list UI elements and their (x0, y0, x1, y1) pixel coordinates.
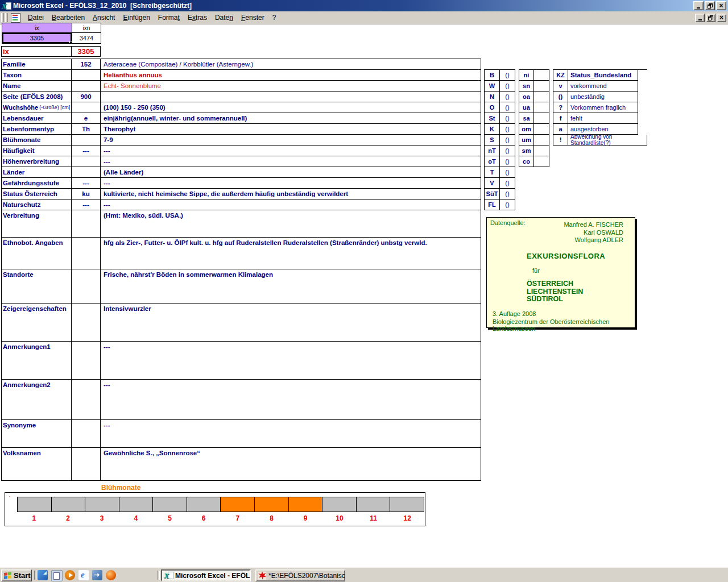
zone-code-cell[interactable]: co (519, 156, 534, 167)
row-code-cell[interactable]: 152 (72, 59, 101, 70)
state-value-cell[interactable]: () (500, 167, 515, 178)
start-button[interactable]: Start (1, 569, 32, 581)
legend-label-cell[interactable]: fehlt (568, 113, 638, 124)
menu-item-format[interactable]: Format (154, 13, 184, 23)
menu-grip[interactable] (5, 13, 8, 22)
record-id-label-cell[interactable]: ix (2, 47, 72, 57)
row-value-cell[interactable]: kultivierte, nicht heimische Sippe, die … (101, 189, 481, 199)
row-code-cell[interactable] (72, 102, 101, 113)
state-code-cell[interactable]: T (485, 167, 500, 178)
firefox-icon[interactable] (106, 570, 116, 580)
row-code-cell[interactable]: Th (72, 124, 101, 135)
bloom-chart[interactable]: ' 1 2 3 4 5 6 7 8 9 10 11 12 (5, 492, 425, 526)
row-code-cell[interactable] (72, 167, 101, 178)
row-code-cell[interactable]: --- (72, 178, 101, 189)
row-code-cell[interactable] (72, 380, 101, 420)
state-code-cell[interactable]: oT (485, 156, 500, 167)
row-value-cell[interactable]: Therophyt (101, 124, 481, 135)
task-button-botanisc[interactable]: *E:\EFÖLS2007\Botanisc... (255, 569, 345, 581)
media-player-icon[interactable] (65, 570, 75, 580)
row-value-cell[interactable]: Echt- Sonnenblume (101, 81, 481, 92)
id-header-ixn-cell[interactable]: ixn (72, 23, 101, 33)
zone-value-cell[interactable] (534, 146, 549, 156)
state-code-cell[interactable]: N (485, 92, 500, 102)
row-code-cell[interactable] (72, 238, 101, 269)
ixn-value-cell[interactable]: 3474 (72, 33, 101, 44)
selected-cell-ix-value[interactable]: 3305 (2, 33, 72, 44)
state-value-cell[interactable]: () (500, 124, 515, 135)
state-value-cell[interactable]: () (500, 135, 515, 146)
menu-item-extras[interactable]: Extras (184, 13, 211, 23)
legend-label-cell[interactable]: Abweichung von Standardliste(?) (568, 135, 647, 146)
legend-code-cell[interactable]: f (553, 113, 568, 124)
row-value-cell[interactable] (101, 92, 481, 102)
menu-item-fenster[interactable]: Fenster (237, 13, 268, 23)
state-code-cell[interactable]: K (485, 124, 500, 135)
row-code-cell[interactable]: 900 (72, 92, 101, 102)
row-label[interactable]: Status Österreich (2, 189, 72, 199)
row-code-cell[interactable]: --- (72, 199, 101, 210)
state-value-cell[interactable]: () (500, 92, 515, 102)
row-value-cell[interactable]: Asteraceae (Compositae) / Korbblütler (A… (101, 59, 481, 70)
workbook-close-button[interactable] (717, 14, 726, 22)
outlook-window-icon[interactable] (92, 570, 102, 580)
menu-item-einfuegen[interactable]: Einfügen (119, 13, 154, 23)
row-label[interactable]: Lebenformentyp (2, 124, 72, 135)
state-value-cell[interactable]: () (500, 178, 515, 189)
state-value-cell[interactable]: () (500, 113, 515, 124)
zone-code-cell[interactable]: sm (519, 146, 534, 156)
legend-code-cell[interactable]: () (553, 92, 568, 102)
row-value-cell[interactable]: --- (101, 342, 481, 380)
row-code-cell[interactable] (72, 269, 101, 304)
zone-code-cell[interactable]: oa (519, 92, 534, 102)
row-value-cell[interactable]: --- (101, 146, 481, 156)
zone-value-cell[interactable] (534, 113, 549, 124)
state-value-cell[interactable]: () (500, 102, 515, 113)
zone-value-cell[interactable] (534, 124, 549, 135)
zone-code-cell[interactable]: sa (519, 113, 534, 124)
row-label[interactable]: Taxon (2, 70, 72, 81)
row-value-cell[interactable]: einjährig(annuell, winter- und sommerann… (101, 113, 481, 124)
state-code-cell[interactable]: FL (485, 199, 500, 210)
legend-header-label[interactable]: Status_Bundesland (568, 70, 638, 81)
row-label[interactable]: Name (2, 81, 72, 92)
zone-code-cell[interactable]: om (519, 124, 534, 135)
menu-item-bearbeiten[interactable]: Bearbeiten (48, 13, 89, 23)
row-value-cell[interactable]: Gewöhnliche S., „Sonnenrose“ (101, 448, 481, 481)
row-value-cell[interactable]: hfg als Zier-, Futter- u. ÖlPf kult. u. … (101, 238, 481, 269)
row-label[interactable]: Verbreitung (2, 210, 72, 238)
state-value-cell[interactable]: () (500, 81, 515, 92)
state-value-cell[interactable]: () (500, 70, 515, 81)
row-value-cell[interactable]: Frische, nährst'r Böden in sommerwarmen … (101, 269, 481, 304)
zone-code-cell[interactable]: um (519, 135, 534, 146)
legend-code-cell[interactable]: v (553, 81, 568, 92)
state-code-cell[interactable]: B (485, 70, 500, 81)
restore-button[interactable] (705, 1, 715, 10)
zone-value-cell[interactable] (534, 135, 549, 146)
menu-item-hilfe[interactable]: ? (268, 13, 280, 23)
row-value-cell[interactable]: --- (101, 199, 481, 210)
row-code-cell[interactable] (72, 448, 101, 481)
legend-label-cell[interactable]: Vorkommen fraglich (568, 102, 638, 113)
row-label[interactable]: Naturschutz (2, 199, 72, 210)
state-code-cell[interactable]: O (485, 102, 500, 113)
workbook-minimize-button[interactable] (695, 14, 705, 22)
row-value-cell[interactable]: 7-9 (101, 135, 481, 146)
state-value-cell[interactable]: () (500, 199, 515, 210)
row-label[interactable]: Synonyme (2, 420, 72, 448)
state-value-cell[interactable]: () (500, 146, 515, 156)
row-label[interactable]: Seite (EFÖLS 2008) (2, 92, 72, 102)
row-code-cell[interactable] (72, 420, 101, 448)
zone-value-cell[interactable] (534, 70, 549, 81)
row-label[interactable]: Ethnobot. Angaben (2, 238, 72, 269)
zone-code-cell[interactable]: ni (519, 70, 534, 81)
row-label[interactable]: Anmerkungen2 (2, 380, 72, 420)
row-value-cell[interactable]: Helianthus annuus (101, 70, 481, 81)
row-value-cell[interactable]: --- (101, 420, 481, 448)
window-titlebar[interactable]: Microsoft Excel - EFÖLS3_12_2010 [Schrei… (0, 0, 728, 11)
minimize-button[interactable] (693, 1, 704, 10)
row-code-cell[interactable] (72, 210, 101, 238)
legend-label-cell[interactable]: unbeständig (568, 92, 638, 102)
datenquelle-box[interactable]: Datenquelle: Manfred A. FISCHER Karl OSW… (486, 217, 635, 328)
row-code-cell[interactable] (72, 135, 101, 146)
